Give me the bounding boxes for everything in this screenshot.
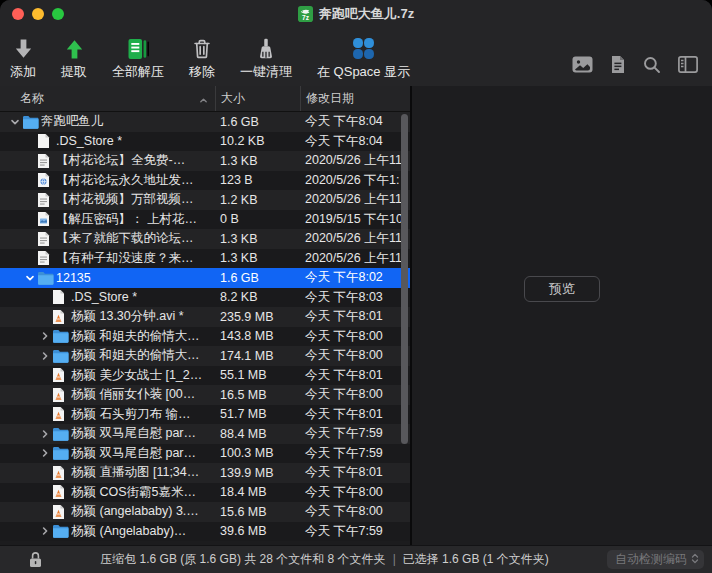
avi-icon	[52, 309, 71, 325]
toolbar-button-extract-all-docs[interactable]: 全部解压	[112, 32, 164, 81]
table-row[interactable]: 杨颖 COS街霸5嘉米…18.4 MB今天 下午8:00	[0, 483, 410, 503]
disclosure-collapsed-icon[interactable]	[38, 448, 52, 458]
doc-text-icon	[37, 231, 56, 247]
toolbar-button-add-arrow-down[interactable]: 添加	[10, 32, 36, 81]
file-size: 1.3 KB	[215, 249, 300, 269]
doc-blank-icon	[37, 133, 56, 149]
table-row[interactable]: 杨颖 石头剪刀布 输…51.7 MB今天 下午8:01	[0, 405, 410, 425]
scrollbar-thumb[interactable]	[401, 114, 408, 444]
file-size: 143.8 MB	[215, 327, 300, 347]
minimize-button[interactable]	[32, 8, 44, 20]
toolbar-button-label: 全部解压	[112, 63, 164, 81]
file-name: 【村花论坛】全免费-…	[56, 152, 185, 169]
sort-ascending-icon	[199, 94, 208, 108]
table-row[interactable]: 121351.6 GB今天 下午8:02	[0, 268, 410, 288]
toolbar-button-trash[interactable]: 移除	[189, 32, 215, 81]
svg-text:7z: 7z	[302, 14, 310, 21]
table-row[interactable]: 【村花论坛永久地址发…123 B2020/5/26 下午1:	[0, 171, 410, 191]
table-row[interactable]: 【村花论坛】全免费-…1.3 KB2020/5/26 上午11	[0, 151, 410, 171]
table-row[interactable]: 杨颖 和姐夫的偷情大…174.1 MB今天 下午8:00	[0, 346, 410, 366]
table-row[interactable]: 杨颖 直播动图 [11;34…139.9 MB今天 下午8:01	[0, 463, 410, 483]
disclosure-collapsed-icon[interactable]	[38, 351, 52, 361]
zoom-button[interactable]	[52, 8, 64, 20]
folder-icon	[52, 329, 71, 343]
file-size: 15.6 MB	[215, 502, 300, 522]
table-row[interactable]: .DS_Store *8.2 KB今天 下午8:03	[0, 288, 410, 308]
status-separator: |	[393, 552, 396, 566]
cell-name: 【有种子却没速度？来…	[0, 249, 215, 269]
file-size: 10.2 KB	[215, 132, 300, 152]
table-row[interactable]: 杨颖 (angelababy) 3.…15.6 MB今天 下午8:00	[0, 502, 410, 522]
disclosure-collapsed-icon[interactable]	[38, 429, 52, 439]
folder-icon	[52, 524, 71, 538]
cell-name: .DS_Store *	[0, 288, 215, 308]
doc-blank-icon	[52, 289, 71, 305]
file-info-icon[interactable]	[610, 55, 626, 74]
file-size: 1.6 GB	[215, 268, 300, 288]
table-row[interactable]: 杨颖 13.30分钟.avi *235.9 MB今天 下午8:01	[0, 307, 410, 327]
file-size: 123 B	[215, 171, 300, 191]
file-date: 今天 下午8:01	[300, 405, 410, 425]
cell-name: 杨颖 (angelababy) 3.…	[0, 502, 215, 522]
file-name: 杨颖 COS街霸5嘉米…	[71, 484, 196, 501]
extract-all-docs-icon	[125, 32, 151, 62]
table-row[interactable]: 杨颖 俏丽女仆装 [00…16.5 MB今天 下午8:00	[0, 385, 410, 405]
table-row[interactable]: 杨颖 和姐夫的偷情大…143.8 MB今天 下午8:00	[0, 327, 410, 347]
selection-summary: 已选择 1.6 GB (1 个文件夹)	[403, 552, 549, 566]
column-header-size[interactable]: 大小	[215, 86, 300, 111]
clean-brush-icon	[254, 32, 278, 62]
table-row[interactable]: 杨颖 双马尾自慰 par…88.4 MB今天 下午7:59	[0, 424, 410, 444]
file-name: 【解压密码】： 上村花…	[56, 211, 197, 228]
7z-archive-icon: 7z	[298, 6, 313, 22]
file-name: 【村花视频】万部视频…	[56, 191, 194, 208]
qspace-clover-icon	[350, 32, 377, 62]
cell-name: 杨颖 和姐夫的偷情大…	[0, 327, 215, 347]
window-title-text: 奔跑吧大鱼儿.7z	[319, 5, 414, 23]
table-row[interactable]: .DS_Store *10.2 KB今天 下午8:04	[0, 132, 410, 152]
encoding-dropdown[interactable]: 自动检测编码	[607, 550, 704, 569]
doc-text-icon	[37, 250, 56, 266]
table-row[interactable]: 杨颖 双马尾自慰 par…100.3 MB今天 下午7:59	[0, 444, 410, 464]
table-row[interactable]: 【来了就能下载的论坛…1.3 KB2020/5/26 上午11	[0, 229, 410, 249]
preview-image-icon[interactable]	[572, 56, 593, 73]
doc-text-icon	[37, 192, 56, 208]
cell-name: 杨颖 和姐夫的偷情大…	[0, 346, 215, 366]
folder-icon	[37, 271, 56, 285]
file-date: 今天 下午8:00	[300, 483, 410, 503]
folder-icon	[52, 349, 71, 363]
window-title: 7z 奔跑吧大鱼儿.7z	[0, 0, 712, 28]
table-row[interactable]: 杨颖 美少女战士 [1_2…55.1 MB今天 下午8:01	[0, 366, 410, 386]
table-row[interactable]: 【有种子却没速度？来…1.3 KB2020/5/26 上午11	[0, 249, 410, 269]
avi-icon	[52, 504, 71, 520]
table-row[interactable]: 杨颖 (Angelababy)…39.6 MB今天 下午7:59	[0, 522, 410, 542]
table-row[interactable]: 【解压密码】： 上村花…0 B2019/5/15 下午10	[0, 210, 410, 230]
toolbar-button-extract-arrow-up[interactable]: 提取	[61, 32, 87, 81]
file-name: 杨颖 石头剪刀布 输…	[71, 406, 190, 423]
file-size: 16.5 MB	[215, 385, 300, 405]
toolbar-button-clean-brush[interactable]: 一键清理	[240, 32, 292, 81]
file-size: 139.9 MB	[215, 463, 300, 483]
table-row[interactable]: 【村花视频】万部视频…1.2 KB2020/5/26 上午11	[0, 190, 410, 210]
doc-text-icon	[37, 153, 56, 169]
disclosure-collapsed-icon[interactable]	[38, 526, 52, 536]
table-row[interactable]: 奔跑吧鱼儿1.6 GB今天 下午8:04	[0, 112, 410, 132]
search-icon[interactable]	[643, 56, 661, 74]
file-date: 今天 下午8:02	[300, 268, 410, 288]
app-window: 7z 奔跑吧大鱼儿.7z 添加提取全部解压移除一键清理在 QSpace 显示 名…	[0, 0, 712, 573]
table-header: 名称 大小 修改日期	[0, 86, 410, 112]
preview-button[interactable]: 预览	[524, 276, 600, 302]
file-date: 2020/5/26 上午11	[300, 190, 410, 210]
disclosure-expanded-icon[interactable]	[23, 273, 37, 283]
column-header-name[interactable]: 名称	[0, 86, 215, 111]
toolbar-button-qspace-clover[interactable]: 在 QSpace 显示	[317, 32, 410, 81]
file-date: 今天 下午8:00	[300, 502, 410, 522]
file-size: 51.7 MB	[215, 405, 300, 425]
disclosure-expanded-icon[interactable]	[8, 117, 22, 127]
column-header-date[interactable]: 修改日期	[300, 86, 410, 111]
file-date: 2020/5/26 上午11	[300, 229, 410, 249]
disclosure-collapsed-icon[interactable]	[38, 331, 52, 341]
panel-layout-icon[interactable]	[678, 56, 698, 73]
close-button[interactable]	[12, 8, 24, 20]
doc-web-icon	[37, 172, 56, 188]
file-date: 今天 下午7:59	[300, 522, 410, 542]
